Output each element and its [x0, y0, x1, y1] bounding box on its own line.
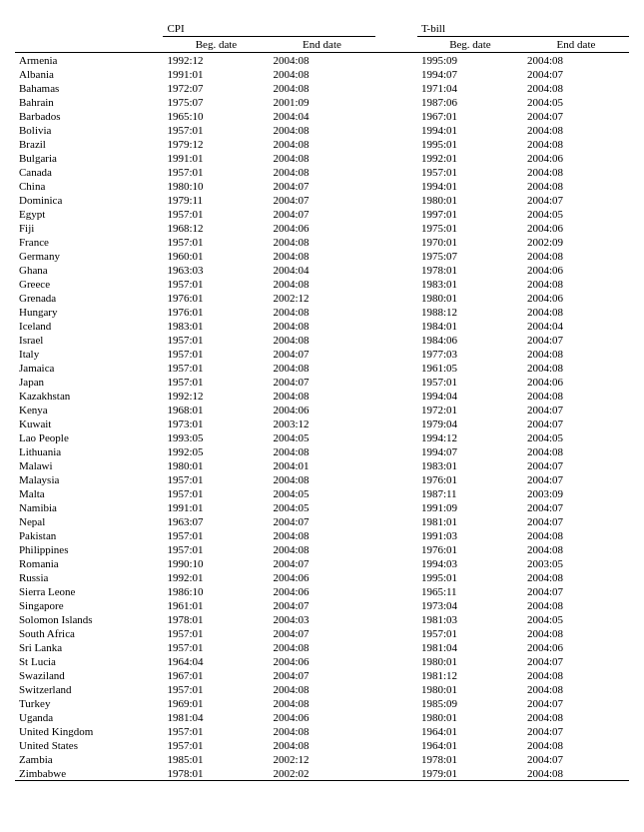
cpi-beg-cell: 1991:01 — [163, 67, 269, 81]
gap-sub-header — [375, 37, 417, 53]
tbill-beg-cell: 1972:01 — [417, 403, 523, 416]
tbill-beg-cell: 1985:09 — [417, 696, 523, 710]
tbill-end-cell: 2004:06 — [523, 375, 629, 389]
cpi-beg-cell: 1963:03 — [163, 263, 269, 277]
cpi-beg-cell: 1973:01 — [163, 416, 269, 430]
table-row: Lithuania1992:052004:081994:072004:08 — [15, 444, 629, 458]
cpi-end-cell: 2004:06 — [269, 403, 374, 416]
tbill-end-cell: 2004:08 — [523, 137, 629, 151]
cpi-beg-cell: 1983:01 — [163, 319, 269, 333]
table-body: Armenia1992:122004:081995:092004:08Alban… — [15, 53, 629, 781]
cpi-end-cell: 2004:07 — [269, 598, 374, 612]
tbill-beg-cell: 1980:01 — [417, 193, 523, 207]
table-row: Russia1992:012004:061995:012004:08 — [15, 570, 629, 584]
cpi-end-cell: 2004:08 — [269, 444, 374, 458]
table-row: Lao People1993:052004:051994:122004:05 — [15, 430, 629, 444]
country-col-header — [15, 20, 163, 37]
gap-header — [375, 20, 417, 37]
table-row: Egypt1957:012004:071997:012004:05 — [15, 207, 629, 221]
cpi-end-cell: 2004:06 — [269, 654, 374, 668]
tbill-end-cell: 2004:07 — [523, 109, 629, 123]
country-cell: Russia — [15, 570, 163, 584]
tbill-end-cell: 2004:08 — [523, 389, 629, 403]
gap-cell — [375, 724, 417, 738]
cpi-beg-cell: 1960:01 — [163, 249, 269, 263]
tbill-end-cell: 2004:08 — [523, 361, 629, 375]
tbill-beg-cell: 1983:01 — [417, 277, 523, 291]
table-row: Malaysia1957:012004:081976:012004:07 — [15, 472, 629, 486]
tbill-end-cell: 2004:07 — [523, 724, 629, 738]
gap-cell — [375, 612, 417, 626]
table-row: Romania1990:102004:071994:032003:05 — [15, 556, 629, 570]
table-row: Brazil1979:122004:081995:012004:08 — [15, 137, 629, 151]
table-row: Ghana1963:032004:041978:012004:06 — [15, 263, 629, 277]
table-row: Swaziland1967:012004:071981:122004:08 — [15, 668, 629, 682]
tbill-end-cell: 2003:09 — [523, 486, 629, 500]
gap-cell — [375, 347, 417, 361]
cpi-beg-cell: 1980:01 — [163, 458, 269, 472]
cpi-beg-cell: 1992:12 — [163, 389, 269, 403]
tbill-end-cell: 2004:08 — [523, 710, 629, 724]
country-cell: Ghana — [15, 263, 163, 277]
table-row: Japan1957:012004:071957:012004:06 — [15, 375, 629, 389]
gap-cell — [375, 444, 417, 458]
cpi-end-cell: 2004:08 — [269, 137, 374, 151]
country-cell: Pakistan — [15, 528, 163, 542]
table-row: Albania1991:012004:081994:072004:07 — [15, 67, 629, 81]
table-row: Kazakhstan1992:122004:081994:042004:08 — [15, 389, 629, 403]
gap-cell — [375, 430, 417, 444]
country-cell: Solomon Islands — [15, 612, 163, 626]
cpi-end-cell: 2004:01 — [269, 458, 374, 472]
tbill-beg-cell: 1967:01 — [417, 109, 523, 123]
country-cell: Kenya — [15, 403, 163, 416]
table-row: Italy1957:012004:071977:032004:08 — [15, 347, 629, 361]
tbill-end-cell: 2004:08 — [523, 542, 629, 556]
cpi-end-cell: 2004:08 — [269, 249, 374, 263]
cpi-beg-cell: 1957:01 — [163, 375, 269, 389]
country-cell: Sri Lanka — [15, 640, 163, 654]
gap-cell — [375, 626, 417, 640]
cpi-beg-cell: 1969:01 — [163, 696, 269, 710]
tbill-end-cell: 2004:07 — [523, 458, 629, 472]
gap-cell — [375, 375, 417, 389]
tbill-end-cell: 2004:08 — [523, 165, 629, 179]
tbill-beg-cell: 1994:12 — [417, 430, 523, 444]
tbill-end-cell: 2004:08 — [523, 570, 629, 584]
tbill-beg-cell: 1995:01 — [417, 570, 523, 584]
tbill-end-cell: 2004:08 — [523, 123, 629, 137]
gap-cell — [375, 640, 417, 654]
gap-cell — [375, 263, 417, 277]
cpi-end-cell: 2004:08 — [269, 123, 374, 137]
cpi-end-cell: 2004:07 — [269, 514, 374, 528]
table-row: Sierra Leone1986:102004:061965:112004:07 — [15, 584, 629, 598]
table-row: Malawi1980:012004:011983:012004:07 — [15, 458, 629, 472]
table-row: Zimbabwe1978:012002:021979:012004:08 — [15, 766, 629, 781]
tbill-end-cell: 2004:08 — [523, 528, 629, 542]
tbill-beg-cell: 1961:05 — [417, 361, 523, 375]
table-row: Kenya1968:012004:061972:012004:07 — [15, 403, 629, 416]
cpi-beg-cell: 1991:01 — [163, 151, 269, 165]
gap-cell — [375, 696, 417, 710]
cpi-end-cell: 2004:08 — [269, 738, 374, 752]
country-cell: Jamaica — [15, 361, 163, 375]
country-cell: Fiji — [15, 221, 163, 235]
cpi-beg-cell: 1957:01 — [163, 738, 269, 752]
gap-cell — [375, 598, 417, 612]
cpi-beg-cell: 1967:01 — [163, 668, 269, 682]
gap-cell — [375, 305, 417, 319]
cpi-end-cell: 2002:02 — [269, 766, 374, 781]
table-row: Grenada1976:012002:121980:012004:06 — [15, 291, 629, 305]
tbill-beg-cell: 1983:01 — [417, 458, 523, 472]
tbill-beg-cell: 1978:01 — [417, 263, 523, 277]
tbill-beg-cell: 1976:01 — [417, 472, 523, 486]
gap-cell — [375, 151, 417, 165]
gap-cell — [375, 514, 417, 528]
country-cell: Lithuania — [15, 444, 163, 458]
cpi-beg-cell: 1990:10 — [163, 556, 269, 570]
cpi-end-cell: 2004:06 — [269, 710, 374, 724]
cpi-end-cell: 2004:06 — [269, 221, 374, 235]
country-cell: Egypt — [15, 207, 163, 221]
gap-cell — [375, 389, 417, 403]
table-row: Greece1957:012004:081983:012004:08 — [15, 277, 629, 291]
cpi-end-cell: 2004:07 — [269, 179, 374, 193]
